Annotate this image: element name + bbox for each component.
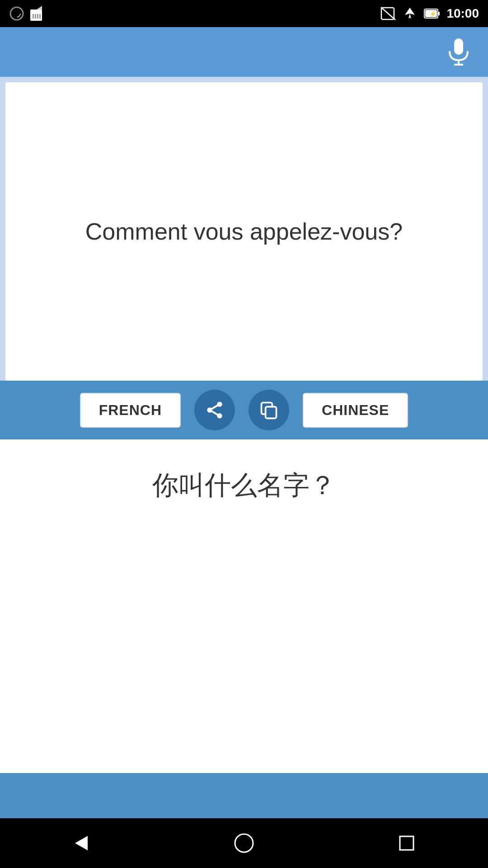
svg-line-26 (212, 411, 218, 415)
back-button[interactable] (63, 825, 99, 861)
svg-rect-8 (39, 14, 41, 19)
translation-text: 你叫什么名字？ (152, 467, 336, 503)
svg-rect-5 (33, 14, 34, 19)
battery-icon: ⚡ (424, 7, 440, 20)
svg-rect-12 (438, 12, 440, 15)
svg-point-1 (13, 10, 20, 17)
source-text: Comment vous appelez-vous? (85, 215, 403, 248)
status-bar: ⚡ 10:00 (0, 0, 488, 27)
translation-panel[interactable]: 你叫什么名字？ (0, 439, 488, 773)
svg-rect-31 (400, 836, 413, 850)
status-time: 10:00 (446, 6, 479, 21)
svg-point-25 (217, 413, 222, 418)
status-bar-right: ⚡ 10:00 (380, 6, 479, 21)
no-sim-icon (380, 7, 396, 20)
mic-icon (447, 38, 470, 66)
home-button[interactable] (226, 825, 262, 861)
main-content: Comment vous appelez-vous? FRENCH (0, 77, 488, 818)
svg-point-0 (10, 7, 23, 20)
svg-rect-15 (454, 38, 463, 55)
svg-line-27 (212, 406, 218, 409)
status-bar-left (9, 6, 42, 21)
sd-card-icon (30, 6, 42, 21)
nav-bar (0, 818, 488, 868)
svg-rect-6 (35, 14, 36, 19)
svg-point-23 (217, 402, 222, 407)
language-bar: FRENCH CHINESE (0, 381, 488, 439)
svg-point-24 (207, 408, 212, 413)
copy-icon (259, 400, 279, 420)
share-icon (205, 400, 225, 420)
recents-button[interactable] (389, 825, 425, 861)
target-language-button[interactable]: CHINESE (303, 393, 408, 428)
app-bar (0, 27, 488, 77)
bottom-bar (0, 773, 488, 818)
mic-button[interactable] (443, 36, 474, 68)
copy-button[interactable] (249, 390, 289, 430)
source-panel[interactable]: Comment vous appelez-vous? (5, 82, 483, 381)
spinner-icon (9, 6, 24, 21)
share-button[interactable] (194, 390, 235, 430)
airplane-icon (402, 7, 418, 20)
svg-marker-29 (75, 836, 88, 850)
recents-icon (398, 834, 416, 852)
svg-line-10 (381, 7, 395, 20)
svg-rect-28 (266, 407, 277, 419)
source-language-button[interactable]: FRENCH (80, 393, 181, 428)
back-icon (71, 833, 91, 853)
svg-marker-4 (30, 6, 42, 9)
svg-rect-7 (37, 14, 38, 19)
svg-text:⚡: ⚡ (429, 10, 437, 18)
svg-point-30 (235, 834, 253, 852)
home-icon (233, 832, 255, 854)
